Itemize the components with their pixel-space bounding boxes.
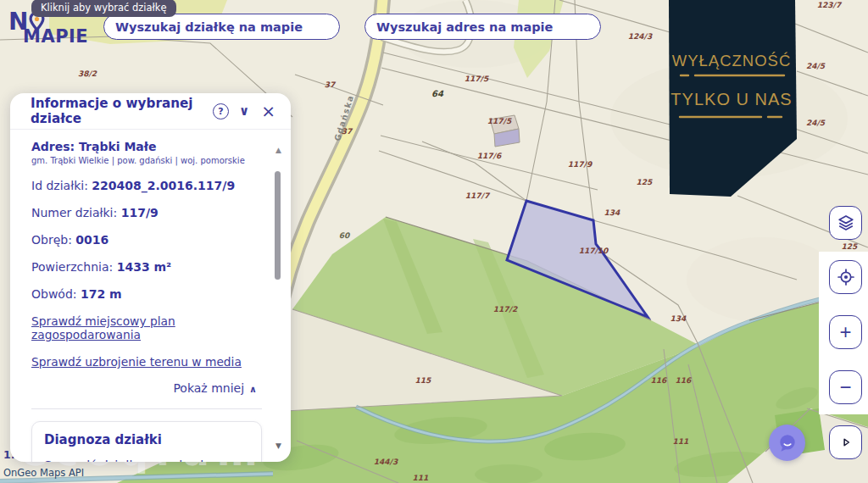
expand-arrow-button[interactable] (829, 425, 862, 459)
banner-line2: TYLKO U NAS (670, 90, 792, 108)
diagnosis-text: Sprawdź działkę przed zakupem. Pobierz (44, 458, 249, 462)
layers-button[interactable] (829, 206, 862, 240)
parcel-label: 124/3 (628, 32, 653, 41)
parcel-label: 134 (604, 208, 621, 217)
field-precinct: Obręb: 0016 (31, 233, 262, 247)
parcel-label: 116 (676, 376, 693, 385)
parcel-label: 64 (431, 89, 444, 98)
zoom-in-button[interactable]: + (829, 315, 862, 349)
parcel-label: 117/7 (465, 192, 491, 200)
search-parcel-button[interactable]: Wyszukaj działkę na mapie (103, 14, 340, 40)
link-zoning-plan[interactable]: Sprawdź miejscowy plan zagospodarowania (31, 314, 262, 341)
parcel-label: 24/5 (806, 119, 826, 127)
app-root: Gdańska 38/2373764117/5117/5117/6117/711… (0, 0, 868, 483)
parcel-label: 37 (342, 127, 353, 136)
scroll-down-icon[interactable]: ▼ (275, 441, 281, 450)
panel-divider (31, 408, 262, 409)
parcel-label: 123/7 (817, 1, 843, 9)
panel-body: Adres: Trąbki Małe gm. Trąbki Wielkie | … (10, 130, 291, 462)
map-attribution: OnGeo Maps API (3, 467, 84, 479)
play-arrow-icon (838, 435, 854, 450)
layers-icon (837, 214, 855, 232)
show-less-button[interactable]: Pokaż mniej∧ (31, 381, 262, 395)
help-icon[interactable]: ? (213, 103, 229, 119)
zoom-out-button[interactable]: − (829, 370, 862, 404)
panel-header: Informacje o wybranej działce ? ∨ × (10, 93, 291, 130)
parcel-label: 134 (670, 314, 687, 323)
field-area: Powierzchnia: 1433 m² (31, 260, 262, 274)
parcel-label: 117/5 (465, 75, 489, 83)
parcel-label: 125 (842, 242, 859, 251)
search-address-button[interactable]: Wyszukaj adres na mapie (364, 14, 601, 40)
parcel-label: 111 (673, 437, 689, 446)
chat-button[interactable] (769, 425, 805, 461)
plus-icon: + (839, 322, 851, 342)
banner-line1: WYŁĄCZNOŚĆ (672, 52, 792, 69)
logo-text-mapie: MAPIE (23, 28, 88, 46)
parcel-label: 117/5 (487, 117, 512, 125)
map-tooltip: Kliknij aby wybrać działkę (31, 0, 176, 17)
parcel-label: 37 (325, 80, 337, 89)
field-parcel-number: Numer działki: 117/9 (31, 206, 262, 219)
parcel-label: 117/9 (568, 160, 593, 169)
parcel-address: Adres: Trąbki Małe (31, 140, 262, 153)
parcel-label: 60 (339, 231, 351, 240)
close-panel-icon[interactable]: × (261, 101, 275, 121)
chat-icon (776, 432, 798, 454)
parcel-label: 111 (413, 474, 429, 482)
minus-icon: − (839, 377, 851, 397)
panel-title: Informacje o wybranej działce (31, 96, 213, 126)
collapse-panel-icon[interactable]: ∨ (239, 103, 249, 119)
locate-button[interactable] (829, 260, 862, 294)
parcel-label: 125 (637, 178, 654, 186)
field-parcel-id: Id działki: 220408_2.0016.117/9 (31, 179, 262, 192)
exclusive-banner[interactable]: WYŁĄCZNOŚĆ TYLKO U NAS (661, 0, 801, 203)
diagnosis-card[interactable]: Diagnoza działki Sprawdź działkę przed z… (31, 421, 262, 462)
scroll-up-icon[interactable]: ▲ (275, 146, 281, 154)
parcel-label: 117/10 (579, 247, 609, 255)
chevron-up-icon: ∧ (249, 384, 257, 395)
diagnosis-title: Diagnoza działki (44, 432, 249, 447)
parcel-info-panel: Informacje o wybranej działce ? ∨ × Adre… (10, 93, 291, 462)
parcel-label: 38/2 (78, 69, 97, 78)
parcel-label: 24/5 (806, 62, 826, 70)
parcel-label: 117/6 (477, 152, 502, 160)
link-utilities[interactable]: Sprawdź uzbrojenie terenu w media (31, 355, 262, 369)
address-value: Trąbki Małe (79, 140, 156, 153)
parcel-label: 116 (651, 376, 668, 385)
parcel-address-sub: gm. Trąbki Wielkie | pow. gdański | woj.… (31, 156, 262, 165)
parcel-label: 144/3 (374, 458, 398, 466)
field-perimeter: Obwód: 172 m (31, 287, 262, 301)
parcel-label: 115 (415, 376, 432, 385)
locate-icon (837, 268, 855, 286)
panel-scrollbar-thumb[interactable] (275, 171, 281, 280)
address-label: Adres: (31, 140, 75, 153)
parcel-label: 117/2 (493, 305, 518, 314)
